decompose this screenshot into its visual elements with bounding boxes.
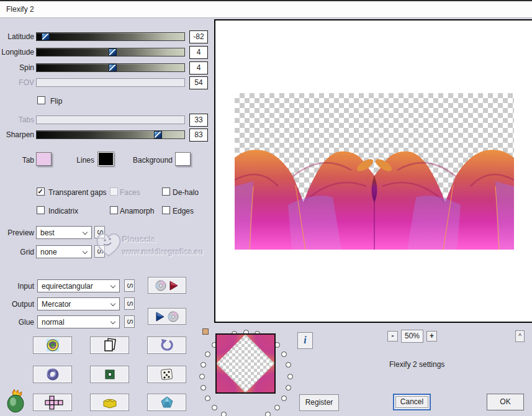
grid-select-value: none: [40, 248, 57, 256]
preview-select-label: Preview: [0, 228, 34, 237]
preview-panel[interactable]: [214, 19, 532, 323]
indicatrix-label: Indicatrix: [48, 207, 78, 215]
chevron-down-icon: [83, 230, 88, 235]
gem-button[interactable]: [147, 394, 186, 411]
sharpen-slider[interactable]: [36, 130, 185, 139]
edges-checkbox[interactable]: [162, 206, 170, 214]
longitude-row: Longitude 4: [0, 46, 211, 60]
longitude-slider[interactable]: [36, 48, 185, 57]
anamorph-label: Anamorph: [120, 207, 154, 215]
edges-label: Edges: [173, 207, 194, 215]
cancel-button[interactable]: Cancel: [393, 394, 431, 410]
ring-dot: [201, 362, 206, 368]
spin-slider[interactable]: [36, 63, 185, 72]
output-surprise-button[interactable]: S: [124, 297, 135, 310]
zoom-in-button[interactable]: +: [426, 331, 437, 341]
ring-dot: [205, 351, 210, 357]
random-button[interactable]: [147, 366, 186, 383]
longitude-value-field[interactable]: 4: [189, 46, 208, 59]
sharpen-label: Sharpen: [0, 130, 34, 139]
chevron-down-icon: [110, 283, 115, 288]
unfold-cube-button[interactable]: [33, 394, 72, 411]
ring-button[interactable]: [33, 366, 72, 383]
indicatrix-checkbox[interactable]: [37, 206, 45, 214]
tabs-value-field[interactable]: 33: [189, 114, 208, 127]
zoom-out-button[interactable]: -: [387, 331, 398, 341]
fov-row: FOV 54: [0, 76, 211, 90]
gem-icon: [160, 396, 174, 409]
save-settings-button[interactable]: [148, 277, 186, 294]
output-select[interactable]: Mercator: [37, 297, 120, 310]
fov-value-field[interactable]: 54: [189, 76, 208, 89]
ring-dot: [281, 351, 287, 357]
register-button[interactable]: Register: [299, 394, 339, 411]
flexify-result-art: [235, 93, 514, 250]
output-select-value: Mercator: [42, 300, 71, 309]
flexify-dialog: Flexify 2 Latitude -82 Longitude 4 Spin …: [0, 0, 532, 416]
ring-dot: [201, 385, 206, 391]
preview-image[interactable]: [235, 93, 514, 250]
ring-dot: [212, 405, 217, 410]
input-select-label: Input: [0, 282, 34, 291]
ring-icon: [46, 368, 60, 381]
globe-icon: [45, 338, 60, 353]
latitude-slider[interactable]: [36, 32, 185, 41]
glue-select[interactable]: normal: [37, 315, 120, 328]
ok-button[interactable]: OK: [487, 394, 524, 410]
brick-button[interactable]: [90, 394, 129, 411]
latitude-slider-thumb[interactable]: [42, 33, 50, 40]
frame-button[interactable]: [90, 366, 129, 383]
undo-button[interactable]: [147, 337, 186, 354]
anamorph-checkbox[interactable]: [110, 206, 118, 214]
transparent-gaps-checkbox[interactable]: [37, 188, 45, 196]
undo-icon: [160, 338, 174, 352]
chevron-down-icon: [83, 249, 88, 254]
lego-brick-icon: [102, 396, 118, 409]
glue-select-label: Glue: [0, 318, 34, 327]
globe-button[interactable]: [33, 337, 72, 354]
tabs-slider: [36, 115, 185, 124]
glue-surprise-button[interactable]: S: [124, 315, 135, 328]
load-settings-button[interactable]: [148, 308, 186, 325]
flip-checkbox[interactable]: [37, 96, 45, 104]
chevron-down-icon: [110, 319, 115, 324]
preview-select[interactable]: best: [36, 226, 92, 239]
ring-dot: [221, 412, 227, 416]
faces-label: Faces: [120, 188, 140, 197]
background-color-swatch[interactable]: [175, 152, 191, 166]
cd-export-icon: [154, 279, 180, 292]
title-bar: Flexify 2: [0, 1, 532, 18]
collapse-button[interactable]: ^: [515, 330, 525, 342]
sharpen-slider-thumb[interactable]: [154, 131, 162, 138]
info-button[interactable]: i: [297, 332, 313, 349]
lines-color-swatch[interactable]: [98, 152, 114, 166]
dice-icon: [160, 367, 174, 382]
cd-import-icon: [154, 310, 180, 323]
window-title: Flexify 2: [6, 5, 34, 14]
sharpen-value-field[interactable]: 83: [189, 129, 208, 142]
input-select[interactable]: equirectangular: [37, 279, 120, 292]
latitude-value-field[interactable]: -82: [189, 30, 208, 43]
tab-color-label: Tab: [0, 156, 34, 165]
watermark-name: Pinuccia: [122, 235, 155, 244]
flip-label: Flip: [50, 97, 62, 106]
thumbnail-art: [217, 335, 274, 392]
input-surprise-button[interactable]: S: [124, 279, 135, 292]
ring-dot: [274, 405, 280, 410]
ring-marker-swatch: [202, 328, 209, 335]
watermark-url: www.maldiregrafica.eu: [122, 248, 203, 256]
settings-thumbnail[interactable]: [215, 333, 276, 394]
background-color-label: Background: [132, 156, 173, 165]
longitude-label: Longitude: [0, 48, 34, 57]
copy-settings-button[interactable]: [90, 337, 129, 354]
lines-color-label: Lines: [60, 156, 94, 165]
status-text: Flexify 2 settings: [389, 360, 444, 369]
grid-select[interactable]: none: [36, 245, 92, 258]
spin-value-field[interactable]: 4: [189, 61, 208, 75]
spin-slider-thumb[interactable]: [109, 64, 117, 71]
dehalo-checkbox[interactable]: [162, 188, 170, 196]
sharpen-row: Sharpen 83: [0, 129, 211, 142]
tab-color-swatch[interactable]: [36, 152, 52, 166]
longitude-slider-thumb[interactable]: [109, 48, 117, 56]
unfolded-cube-icon: [42, 395, 64, 410]
